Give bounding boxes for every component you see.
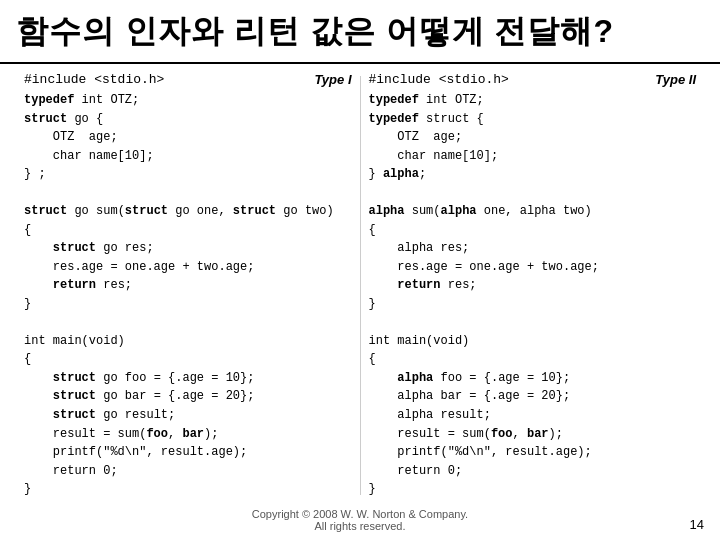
left-code-block1: typedef int OTZ; struct go { OTZ age; ch… xyxy=(24,91,352,184)
right-include: #include <stdio.h> xyxy=(369,72,648,87)
right-column: #include <stdio.h> Type II typedef int O… xyxy=(361,72,705,499)
right-type-label: Type II xyxy=(655,72,696,87)
left-column: #include <stdio.h> Type I typedef int OT… xyxy=(16,72,360,499)
left-type-label: Type I xyxy=(314,72,351,87)
footer: Copyright © 2008 W. W. Norton & Company.… xyxy=(0,508,720,532)
left-code-block2: struct go sum(struct go one, struct go t… xyxy=(24,202,352,314)
left-code-block3: int main(void) { struct go foo = {.age =… xyxy=(24,332,352,499)
right-code-block3: int main(void) { alpha foo = {.age = 10}… xyxy=(369,332,697,499)
right-code-block1: typedef int OTZ; typedef struct { OTZ ag… xyxy=(369,91,697,184)
left-include: #include <stdio.h> xyxy=(24,72,306,87)
title: 함수의 인자와 리턴 값은 어떻게 전달해? xyxy=(0,0,720,64)
rights-text: All rights reserved. xyxy=(0,520,720,532)
page-number: 14 xyxy=(690,517,704,532)
right-code-block2: alpha sum(alpha one, alpha two) { alpha … xyxy=(369,202,697,314)
copyright-text: Copyright © 2008 W. W. Norton & Company. xyxy=(0,508,720,520)
